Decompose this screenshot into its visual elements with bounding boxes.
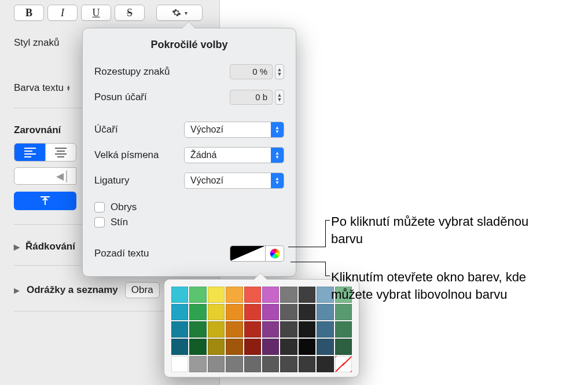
underline-button[interactable]: U [81,5,111,21]
color-swatch[interactable] [280,304,297,320]
outdent-button[interactable]: ◀│ [14,167,76,185]
shadow-checkbox[interactable] [94,217,105,228]
char-spacing-row: Rozestupy znaků 0 % ▲▼ [94,59,284,85]
caps-label: Velká písmena [94,149,184,161]
strikethrough-button[interactable]: S [115,5,145,21]
color-swatch[interactable] [299,356,315,372]
align-center-button[interactable] [45,143,76,162]
color-swatch[interactable] [208,287,225,303]
color-swatch[interactable] [262,287,279,303]
color-swatch[interactable] [244,287,261,303]
callout-leader [291,262,325,262]
text-background-color-well[interactable] [230,245,266,262]
stepper-down-icon: ▼ [275,97,284,102]
color-swatch[interactable] [226,321,242,338]
color-swatch[interactable] [335,304,352,320]
char-spacing-field[interactable]: 0 % [230,64,273,79]
color-swatch[interactable] [171,339,188,355]
ligatures-row: Ligatury Výchozí ▲▼ [94,168,284,193]
color-swatch[interactable] [280,287,297,303]
color-swatch[interactable] [171,321,188,338]
color-swatch[interactable] [208,304,225,320]
advanced-options-button[interactable]: ▾ [156,5,203,21]
color-swatch[interactable] [317,321,333,338]
bold-button[interactable]: B [14,5,44,21]
color-swatch[interactable] [317,356,333,372]
vertical-align-top-button[interactable] [14,192,76,210]
callout-leader [325,276,330,276]
select-arrows-icon: ▲▼ [271,173,284,188]
color-swatch[interactable] [262,356,279,372]
baseline-shift-field[interactable]: 0 b [230,90,273,105]
outline-checkbox-row[interactable]: Obrys [94,201,284,213]
baseline-shift-label: Posun účaří [94,91,184,103]
color-swatch[interactable] [335,321,352,338]
color-swatch[interactable] [280,339,297,355]
text-color-control[interactable]: Barva textu ▴▾ [14,82,73,94]
color-swatch[interactable] [226,287,242,303]
ligatures-select[interactable]: Výchozí ▲▼ [184,173,284,189]
callout-leader [325,262,326,276]
color-swatch[interactable] [208,339,225,355]
align-top-icon [39,196,51,206]
color-swatch[interactable] [335,339,352,355]
color-swatch[interactable] [244,356,261,372]
callout-leader [325,220,330,221]
char-spacing-label: Rozestupy znaků [94,66,184,78]
italic-button[interactable]: I [47,5,78,21]
swatch-grid [171,287,352,372]
text-color-label: Barva textu [14,82,64,94]
color-swatch[interactable] [244,321,261,338]
color-swatch[interactable] [171,356,188,372]
color-swatch[interactable] [317,304,333,320]
bullets-style-popup[interactable]: Obra [125,282,160,298]
baseline-row: Účaří Výchozí ▲▼ [94,117,284,142]
color-swatch[interactable] [299,287,315,303]
color-swatch[interactable] [244,339,261,355]
color-swatch[interactable] [317,339,333,355]
shadow-checkbox-row[interactable]: Stín [94,217,284,228]
color-swatch[interactable] [262,339,279,355]
callout-leader [288,247,325,247]
align-center-icon [55,148,67,157]
color-swatch[interactable] [189,356,206,372]
shadow-label: Stín [111,217,128,228]
baseline-value: Výchozí [190,124,223,135]
color-swatch[interactable] [280,321,297,338]
color-swatch[interactable] [262,304,279,320]
color-swatch[interactable] [208,356,225,372]
color-swatch[interactable] [280,356,297,372]
color-swatch[interactable] [189,304,206,320]
stepper-down-icon: ▼ [275,72,284,76]
color-swatch[interactable] [208,321,225,338]
outdent-icon: ◀│ [56,170,70,182]
callout-leader [325,220,326,247]
color-swatch[interactable] [171,304,188,320]
triangle-right-icon: ▶ [14,243,20,251]
align-left-button[interactable] [14,143,45,162]
gear-icon [172,8,181,17]
chevron-down-icon: ▾ [185,10,188,16]
color-swatch[interactable] [226,304,242,320]
caps-select[interactable]: Žádná ▲▼ [184,147,284,163]
outline-checkbox[interactable] [94,202,105,212]
color-swatch[interactable] [226,339,242,355]
color-swatch[interactable] [262,321,279,338]
text-background-row: Pozadí textu [94,245,284,262]
baseline-shift-stepper[interactable]: ▲▼ [275,90,284,105]
select-arrows-icon: ▲▼ [271,148,284,163]
color-swatch[interactable] [226,356,242,372]
color-swatch[interactable] [189,287,206,303]
color-swatch[interactable] [189,339,206,355]
color-swatch[interactable] [299,304,315,320]
baseline-select[interactable]: Výchozí ▲▼ [184,122,284,138]
color-swatch[interactable] [299,321,315,338]
color-swatch[interactable] [299,339,315,355]
color-swatch[interactable] [335,356,352,372]
color-swatch[interactable] [171,287,188,303]
color-picker-button[interactable] [266,245,284,262]
color-swatch[interactable] [189,321,206,338]
triangle-right-icon: ▶ [14,286,20,295]
color-swatch[interactable] [244,304,261,320]
char-spacing-stepper[interactable]: ▲▼ [275,64,284,79]
